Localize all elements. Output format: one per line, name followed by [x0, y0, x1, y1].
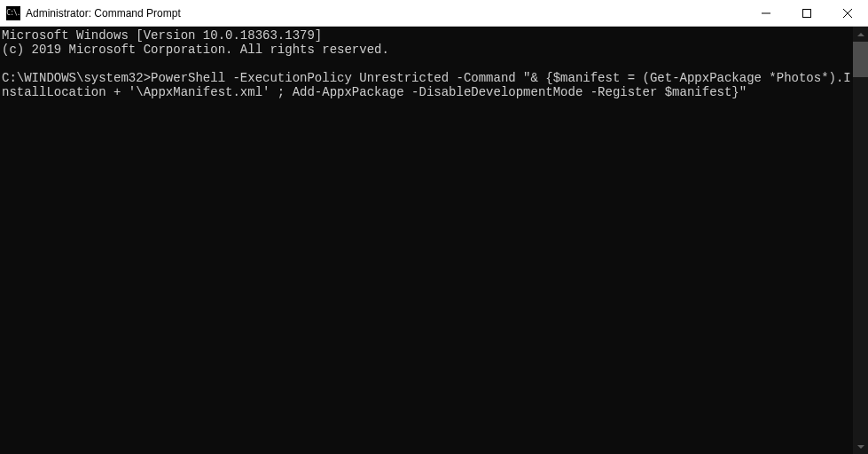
prompt-path: C:\WINDOWS\system32>	[2, 71, 151, 85]
scroll-up-arrow-icon[interactable]	[853, 27, 868, 42]
maximize-button[interactable]	[786, 0, 827, 27]
svg-rect-1	[803, 10, 811, 18]
window-titlebar[interactable]: C:\. Administrator: Command Prompt	[0, 0, 868, 27]
cmd-icon: C:\.	[6, 6, 20, 20]
maximize-icon	[802, 9, 811, 18]
copyright-line: (c) 2019 Microsoft Corporation. All righ…	[2, 43, 389, 57]
svg-marker-5	[857, 445, 864, 449]
close-icon	[843, 9, 852, 18]
svg-marker-4	[857, 33, 864, 36]
scroll-down-arrow-icon[interactable]	[853, 439, 868, 454]
vertical-scrollbar[interactable]	[853, 27, 868, 454]
version-line: Microsoft Windows [Version 10.0.18363.13…	[2, 28, 322, 43]
window-controls	[746, 0, 868, 26]
close-button[interactable]	[827, 0, 868, 27]
minimize-icon	[762, 9, 770, 18]
window-title: Administrator: Command Prompt	[26, 7, 746, 20]
minimize-button[interactable]	[746, 0, 786, 27]
scrollbar-thumb[interactable]	[853, 42, 868, 77]
terminal-area: Microsoft Windows [Version 10.0.18363.13…	[0, 27, 868, 454]
terminal-output[interactable]: Microsoft Windows [Version 10.0.18363.13…	[0, 27, 853, 454]
